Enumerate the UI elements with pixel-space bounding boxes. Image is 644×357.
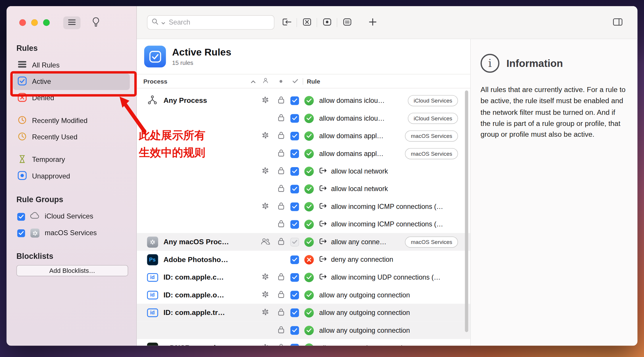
rule-row[interactable]: allow domains appl…macOS Services xyxy=(137,127,470,145)
allow-status-icon xyxy=(304,273,314,282)
rule-row[interactable]: allow domains appl…macOS Services xyxy=(137,145,470,162)
sidebar-view-button[interactable] xyxy=(63,16,81,29)
rule-group-tag: macOS Services xyxy=(405,148,458,159)
chevron-down-icon[interactable] xyxy=(161,19,165,26)
sidebar-item-active[interactable]: Active xyxy=(13,74,130,90)
rule-enabled-checkbox[interactable] xyxy=(290,291,299,299)
column-rule[interactable]: Rule xyxy=(307,78,320,85)
profile-column-icon[interactable] xyxy=(262,77,269,85)
sidebar-item-recently-modified[interactable]: Recently Modified xyxy=(13,112,130,129)
process-name: ID: com.apple.c… xyxy=(163,273,224,282)
rule-row[interactable]: allow incoming ICMP connections (… xyxy=(137,198,470,215)
add-blocklists-button[interactable]: Add Blocklists… xyxy=(16,265,128,276)
allow-status-icon xyxy=(304,202,314,211)
toolbar-separator xyxy=(297,18,297,27)
process-cell: Any macOS Proc… xyxy=(147,236,229,247)
zoom-button[interactable] xyxy=(43,19,50,26)
search-field[interactable] xyxy=(147,15,274,30)
rule-row[interactable]: allow incoming ICMP connections (… xyxy=(137,215,470,233)
rule-enabled-checkbox[interactable] xyxy=(290,202,299,211)
hamburger-icon xyxy=(68,19,76,27)
rule-row[interactable]: Any macOS Proc…allow any conne…macOS Ser… xyxy=(137,233,470,251)
lock-icon xyxy=(278,149,284,158)
hourglass-icon xyxy=(18,154,26,165)
rule-row[interactable]: idID: com.apple.tr…allow any outgoing co… xyxy=(137,304,470,321)
checked-checkbox[interactable] xyxy=(17,213,25,221)
rule-group-label: iCloud Services xyxy=(45,212,93,221)
minimize-button[interactable] xyxy=(31,19,38,26)
sidebar-item-label: Recently Used xyxy=(32,133,78,141)
rule-row[interactable]: idID: com.apple.o…allow any outgoing con… xyxy=(137,286,470,304)
vertical-scrollbar[interactable] xyxy=(465,91,468,332)
sidebar-item-recently-used[interactable]: Recently Used xyxy=(13,129,130,145)
connection-direction-icon xyxy=(319,238,327,246)
rule-enabled-checkbox[interactable] xyxy=(290,185,299,193)
mark-rule-button[interactable] xyxy=(320,16,335,29)
rule-description: allow any conne… xyxy=(319,238,386,246)
column-process[interactable]: Process xyxy=(143,78,167,85)
toggle-inspector-button[interactable] xyxy=(610,16,625,29)
rule-row[interactable]: allow any outgoing connection xyxy=(137,321,470,339)
suggestions-button[interactable] xyxy=(89,16,103,29)
rule-enabled-checkbox[interactable] xyxy=(290,255,299,264)
rule-row[interactable]: Any Processallow domains iclou…iCloud Se… xyxy=(137,92,470,109)
rule-description: allow incoming ICMP connections (… xyxy=(319,202,443,211)
rule-enabled-checkbox[interactable] xyxy=(290,273,299,282)
status-column-icon[interactable] xyxy=(279,77,283,85)
rule-group-label: macOS Services xyxy=(45,229,97,237)
rule-group-tag: macOS Services xyxy=(405,236,458,247)
rule-group-icloud-services[interactable]: iCloud Services xyxy=(13,208,130,225)
rule-description: allow any outgoing connection xyxy=(319,326,410,334)
rule-description: allow any outgoing connection xyxy=(319,344,410,346)
delete-rule-button[interactable] xyxy=(300,16,314,29)
sidebar-item-denied[interactable]: Denied xyxy=(13,90,130,106)
rule-row[interactable]: >_mDNSResponderallow any outgoing connec… xyxy=(137,339,470,346)
allow-status-icon xyxy=(304,325,314,335)
pane-header: Active Rules 15 rules xyxy=(137,39,470,74)
lock-icon xyxy=(278,273,284,282)
gear-icon xyxy=(261,308,269,318)
new-rule-button[interactable] xyxy=(365,16,380,29)
rule-group-tag: iCloud Services xyxy=(408,112,458,124)
process-cell: PsAdobe Photosho… xyxy=(147,254,228,265)
rule-enabled-checkbox[interactable] xyxy=(290,238,299,246)
rule-description: allow any outgoing connection xyxy=(319,309,410,317)
sidebar-item-all-rules[interactable]: All Rules xyxy=(13,57,130,74)
checked-checkbox[interactable] xyxy=(17,229,25,237)
clock-edit-icon xyxy=(18,115,27,126)
rule-description: allow domains appl… xyxy=(319,150,384,157)
search-icon xyxy=(152,18,159,27)
rule-enabled-checkbox[interactable] xyxy=(290,308,299,317)
rule-enabled-checkbox[interactable] xyxy=(290,167,299,176)
rule-row[interactable]: allow local network xyxy=(137,180,470,197)
import-rule-button[interactable] xyxy=(279,16,294,29)
rule-row[interactable]: allow local network xyxy=(137,162,470,180)
rule-enabled-checkbox[interactable] xyxy=(290,96,299,105)
rule-enabled-checkbox[interactable] xyxy=(290,149,299,158)
search-input[interactable] xyxy=(168,18,270,27)
rule-enabled-checkbox[interactable] xyxy=(290,131,299,140)
sidebar-item-temporary[interactable]: Temporary xyxy=(13,152,130,168)
rule-row[interactable]: PsAdobe Photosho…deny any connection xyxy=(137,251,470,268)
page-title: Active Rules xyxy=(172,47,231,58)
rule-enabled-checkbox[interactable] xyxy=(290,220,299,229)
rule-row[interactable]: allow domains iclou…iCloud Services xyxy=(137,109,470,127)
photoshop-icon: Ps xyxy=(147,254,158,265)
rule-enabled-checkbox[interactable] xyxy=(290,344,299,346)
enabled-column-icon[interactable] xyxy=(293,77,298,85)
close-button[interactable] xyxy=(19,19,26,26)
rule-enabled-checkbox[interactable] xyxy=(290,114,299,123)
app-window: Rules All RulesActiveDeniedRecently Modi… xyxy=(7,6,638,346)
sidebar-item-unapproved[interactable]: Unapproved xyxy=(13,168,130,184)
rule-row[interactable]: idID: com.apple.c…allow incoming UDP con… xyxy=(137,268,470,286)
lock-icon xyxy=(278,290,284,299)
rule-enabled-checkbox[interactable] xyxy=(290,326,299,335)
sort-chevron-icon[interactable] xyxy=(250,77,256,85)
rule-description: allow any outgoing connection xyxy=(319,291,410,299)
rule-group-macos-services[interactable]: macOS Services xyxy=(13,225,130,241)
allow-status-icon xyxy=(304,184,314,193)
rule-description: allow incoming UDP connections (… xyxy=(319,273,441,281)
rule-options-button[interactable] xyxy=(340,16,354,29)
sidebar-item-label: Temporary xyxy=(32,156,65,164)
active-checkbox-icon xyxy=(18,76,27,87)
